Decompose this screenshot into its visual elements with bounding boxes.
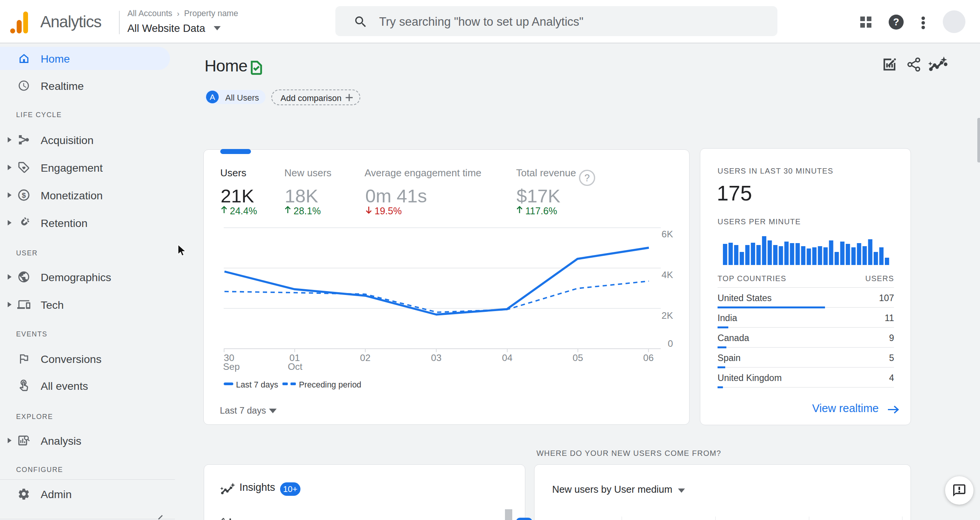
svg-text:03: 03 [431,353,441,363]
svg-text:$: $ [22,191,26,199]
svg-text:Last 7 days: Last 7 days [236,380,278,389]
svg-text:?: ? [584,172,590,183]
svg-text:06: 06 [643,353,653,363]
svg-text:Preceding period: Preceding period [299,380,361,389]
svg-text:02: 02 [360,353,370,363]
svg-text:?: ? [893,16,899,28]
svg-text:6K: 6K [662,229,673,239]
svg-text:2K: 2K [662,310,673,321]
svg-text:05: 05 [572,353,583,363]
svg-text:4K: 4K [662,270,673,280]
svg-text:Oct: Oct [288,361,302,372]
svg-text:04: 04 [502,353,512,363]
svg-text:0: 0 [668,338,673,349]
svg-text:Sep: Sep [223,361,240,372]
